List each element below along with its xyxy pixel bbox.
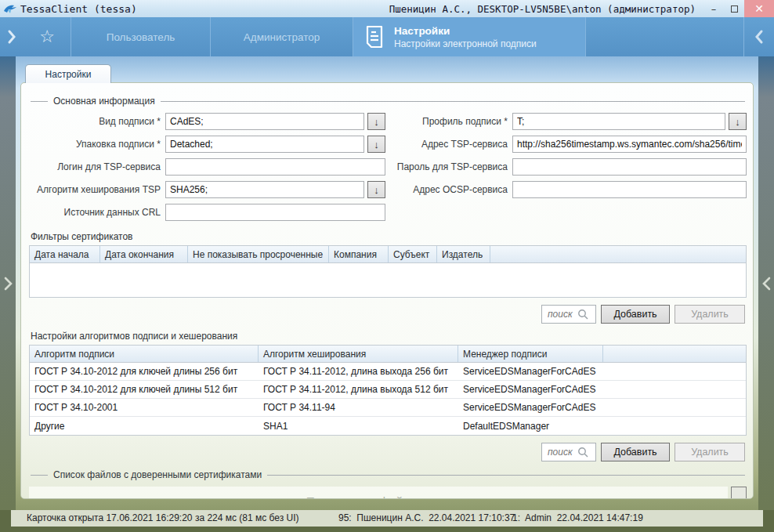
nav-tab-settings-active[interactable]: Настройки Настройки электронной подписи (353, 17, 585, 56)
dropdown-arrow-button[interactable]: ↓ (367, 113, 385, 130)
column-header-hash-algorithm[interactable]: Алгоритм хеширования (259, 346, 458, 362)
column-header-subject[interactable]: Субъект (389, 246, 437, 262)
field-label-signature-packing: Упаковка подписи * (29, 139, 161, 150)
card-backdrop: Настройки Основная информация Вид подпис… (16, 56, 758, 505)
group-title: Список файлов с доверенными сертификатам… (53, 469, 262, 480)
column-header-start-date[interactable]: Дата начала (30, 246, 100, 262)
filters-search-box[interactable] (541, 305, 596, 324)
filters-search-input[interactable] (548, 309, 577, 320)
column-header-end-date[interactable]: Дата окончания (100, 246, 188, 262)
column-header-filler (603, 346, 746, 362)
field-label-crl-source: Источник данных CRL (29, 207, 161, 218)
search-icon (577, 309, 588, 320)
tsp-login-input[interactable] (165, 158, 385, 176)
search-icon (577, 447, 588, 458)
table-row[interactable]: Другие SHA1 DefaultEDSManager (30, 417, 746, 435)
tsp-address-input[interactable] (512, 136, 747, 153)
filters-toolbar: Добавить Удалить (29, 305, 745, 324)
chevron-right-icon (4, 277, 13, 291)
algorithms-add-button[interactable]: Добавить (601, 443, 670, 461)
nav-expand-left-button[interactable] (0, 17, 24, 56)
tab-settings[interactable]: Настройки (25, 64, 111, 83)
field-label-tsp-password: Пароль для TSP-сервиса (390, 161, 508, 172)
signature-packing-input[interactable] (165, 136, 364, 153)
signature-profile-input[interactable] (512, 113, 725, 130)
content-area: Настройки Основная информация Вид подпис… (0, 56, 774, 510)
nav-collapse-right-button[interactable] (744, 17, 774, 56)
nav-tab-admin[interactable]: Администратор (211, 17, 353, 56)
column-header-company[interactable]: Компания (329, 246, 389, 262)
chevron-right-icon (7, 29, 16, 45)
algorithms-remove-button[interactable]: Удалить (675, 443, 745, 461)
dropdown-arrow-button[interactable]: ↓ (367, 181, 385, 198)
tsp-hash-algorithm-input[interactable] (165, 181, 364, 198)
favorites-star-button[interactable]: ☆ (24, 17, 71, 56)
cell-hash-algorithm: ГОСТ Р 34.11-2012, длина выхода 512 бит (259, 381, 458, 398)
field-label-tsp-address: Адрес TSP-сервиса (390, 139, 508, 150)
document-icon (364, 25, 385, 49)
status-bar: Карточка открыта 17.06.2021 16:29:20 за … (11, 510, 763, 527)
algorithms-search-input[interactable] (548, 447, 577, 458)
column-header-signature-algorithm[interactable]: Алгоритм подписи (30, 346, 259, 362)
algorithms-section-title: Настройки алгоритмов подписи и хешерован… (31, 331, 747, 342)
cell-signature-manager: ServiceEDSManagerForCAdES (458, 399, 603, 416)
settings-panel: Основная информация Вид подписи * ↓ Упак… (20, 82, 754, 499)
status-created-by: 1: Admin 22.04.2021 14:47:19 (512, 512, 643, 523)
trusted-files-area: Перетащите файлы сюда (29, 487, 747, 499)
certificate-filters-table: Дата начала Дата окончания Не показывать… (29, 245, 747, 298)
active-nav-title: Настройки (394, 25, 537, 37)
app-logo-icon (0, 3, 20, 14)
group-main-info: Основная информация (31, 96, 745, 107)
cell-hash-algorithm: ГОСТ Р 34.11-2012, длина выхода 256 бит (259, 363, 458, 380)
dropdown-arrow-button[interactable]: ↓ (367, 136, 385, 153)
title-bar: TessaClient (tessa) Пшеницин А.С., DESKT… (0, 0, 774, 17)
minimize-button[interactable]: – (703, 0, 724, 17)
file-dropzone[interactable]: Перетащите файлы сюда (29, 487, 728, 499)
table-row[interactable]: ГОСТ Р 34.10-2012 для ключей длины 256 б… (30, 363, 746, 381)
tsp-password-input[interactable] (512, 158, 747, 176)
status-modified-by: 95: Пшеницин А.С. 22.04.2021 17:10:37 (338, 512, 515, 523)
field-label-signature-profile: Профиль подписи * (390, 116, 508, 127)
active-nav-subtitle: Настройки электронной подписи (394, 38, 537, 49)
dropdown-arrow-button[interactable]: ↓ (729, 113, 747, 130)
field-label-tsp-hash-algorithm: Алгоритм хеширования TSP (29, 184, 161, 195)
left-panel-expander[interactable] (0, 56, 16, 510)
field-label-tsp-login: Логин для TSP-сервиса (29, 161, 161, 172)
chevron-left-icon (754, 29, 764, 45)
table-row[interactable]: ГОСТ Р 34.10-2012 для ключей длины 512 б… (30, 381, 746, 399)
algorithms-toolbar: Добавить Удалить (29, 443, 745, 461)
certificate-filters-title: Фильтры сертификатов (31, 231, 747, 242)
window-title: TessaClient (tessa) (20, 3, 137, 15)
right-panel-expander[interactable] (758, 56, 774, 510)
status-row: Карточка открыта 17.06.2021 16:29:20 за … (0, 510, 774, 527)
certificate-filters-empty-body[interactable] (30, 263, 746, 297)
column-header-filler (490, 246, 746, 262)
main-info-form: Вид подписи * ↓ Упаковка подписи * ↓ Лог… (29, 113, 747, 226)
close-button[interactable]: ✕ (744, 0, 774, 17)
scroll-down-button[interactable] (731, 487, 747, 499)
chevron-down-icon (734, 498, 743, 500)
signature-kind-input[interactable] (165, 113, 364, 130)
ocsp-address-input[interactable] (512, 181, 747, 198)
maximize-button[interactable] (724, 0, 744, 17)
column-header-hide-expired[interactable]: Не показывать просроченные (188, 246, 329, 262)
nav-filler (586, 17, 743, 56)
cell-signature-algorithm: ГОСТ Р 34.10-2012 для ключей длины 512 б… (30, 381, 259, 398)
crl-source-input[interactable] (165, 204, 385, 221)
cell-signature-algorithm: Другие (30, 417, 259, 435)
table-row[interactable]: ГОСТ Р 34.10-2001 ГОСТ Р 34.11-94 Servic… (30, 399, 746, 417)
main-navbar: ☆ Пользователь Администратор Настройки Н… (0, 17, 774, 56)
nav-tab-user[interactable]: Пользователь (71, 17, 210, 56)
chevron-left-icon (762, 277, 771, 291)
cell-signature-algorithm: ГОСТ Р 34.10-2001 (30, 399, 259, 416)
column-header-signature-manager[interactable]: Менеджер подписи (458, 346, 603, 362)
filters-add-button[interactable]: Добавить (601, 305, 670, 324)
group-title: Основная информация (53, 96, 155, 107)
cell-signature-manager: ServiceEDSManagerForCAdES (458, 381, 603, 398)
maximize-icon (731, 5, 738, 13)
column-header-issuer[interactable]: Издатель (437, 246, 490, 262)
algorithms-search-box[interactable] (541, 443, 596, 461)
filters-remove-button[interactable]: Удалить (675, 305, 745, 324)
cell-hash-algorithm: SHA1 (259, 417, 458, 435)
algorithms-table: Алгоритм подписи Алгоритм хеширования Ме… (29, 345, 747, 436)
